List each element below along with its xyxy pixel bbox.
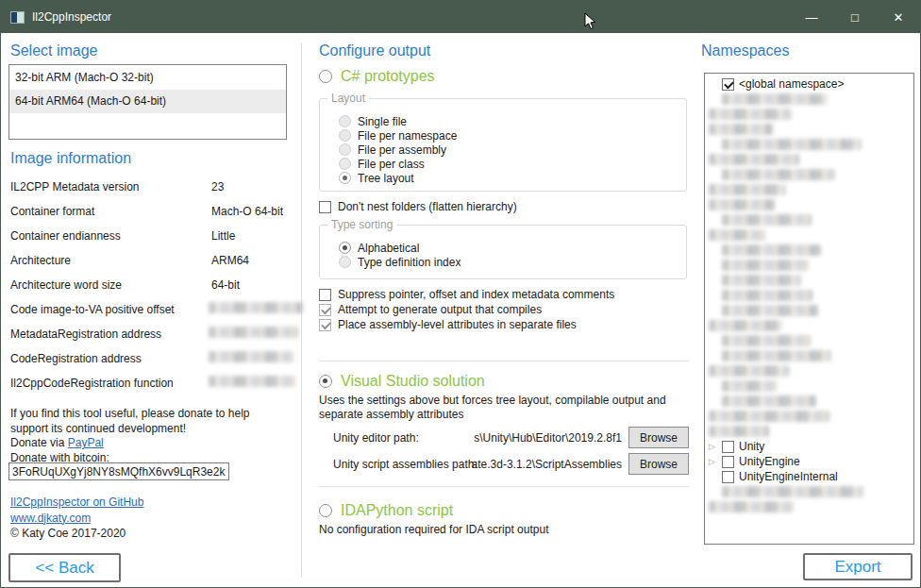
close-icon[interactable]: ✕ <box>877 1 920 33</box>
redacted-namespace <box>722 335 811 346</box>
namespace-checkbox[interactable] <box>722 78 734 91</box>
info-label: Architecture <box>10 254 71 267</box>
info-row: IL2CPP Metadata version 23 <box>10 175 293 199</box>
namespace-row-redacted[interactable] <box>709 227 913 243</box>
unity-script-path-value[interactable]: ate.3d-3.1.2\ScriptAssemblies <box>397 458 622 471</box>
radio-icon[interactable] <box>319 504 332 517</box>
namespace-row-redacted[interactable] <box>709 243 913 258</box>
namespace-row-redacted[interactable] <box>709 212 913 227</box>
back-button[interactable]: << Back <box>8 553 121 582</box>
info-label: Il2CppCodeRegistration function <box>10 377 174 390</box>
namespace-row-redacted[interactable] <box>709 122 913 137</box>
radio-icon[interactable] <box>339 115 351 127</box>
namespace-row-redacted[interactable] <box>709 424 913 439</box>
separator <box>319 361 689 361</box>
namespace-row-redacted[interactable] <box>709 484 913 499</box>
radio-icon[interactable] <box>319 70 332 83</box>
type-sorting-definition-index[interactable]: Type definition index <box>339 255 686 269</box>
title-bar[interactable]: Il2CppInspector — □ ✕ <box>1 1 920 33</box>
namespace-row-redacted[interactable] <box>709 273 913 288</box>
maximize-icon[interactable]: □ <box>833 1 877 33</box>
csharp-prototypes-radio[interactable]: C# prototypes <box>319 68 435 85</box>
namespace-row[interactable]: ▷UnityEngine <box>709 454 913 469</box>
donate-text: If you find this tool useful, please don… <box>10 407 293 465</box>
redacted-namespace <box>709 426 769 437</box>
image-option-selected[interactable]: 64-bit ARM64 (Mach-O 64-bit) <box>9 90 286 113</box>
website-link[interactable]: www.djkaty.com <box>10 512 91 525</box>
radio-icon[interactable] <box>339 143 351 156</box>
expander-icon[interactable]: ▷ <box>709 439 722 454</box>
namespace-row[interactable]: <global namespace> <box>709 76 913 92</box>
suppress-comments-checkbox[interactable]: Suppress pointer, offset and index metad… <box>319 288 614 301</box>
namespace-row-redacted[interactable] <box>709 288 913 303</box>
namespace-row-redacted[interactable] <box>709 137 913 152</box>
checkbox-label: Don't nest folders (flatten hierarchy) <box>338 200 517 213</box>
checkbox-icon[interactable] <box>319 289 331 301</box>
namespace-row-redacted[interactable] <box>709 92 913 107</box>
namespace-row-redacted[interactable] <box>709 182 913 197</box>
minimize-icon[interactable]: — <box>790 1 833 33</box>
visual-studio-radio[interactable]: Visual Studio solution <box>319 373 485 390</box>
dont-nest-folders-checkbox[interactable]: Don't nest folders (flatten hierarchy) <box>319 200 517 213</box>
browse-editor-button[interactable]: Browse <box>628 427 689 448</box>
checkbox-icon[interactable] <box>319 319 331 331</box>
bitcoin-address-input[interactable] <box>8 462 229 480</box>
paypal-link[interactable]: PayPal <box>68 436 104 449</box>
redacted-namespace <box>722 380 777 392</box>
radio-icon[interactable] <box>339 242 351 254</box>
radio-icon[interactable] <box>339 129 351 142</box>
namespace-row-redacted[interactable] <box>709 378 913 394</box>
idapython-description: No configuration required for IDA script… <box>319 523 678 537</box>
app-icon <box>10 11 25 24</box>
namespace-checkbox[interactable] <box>722 456 734 468</box>
namespace-row[interactable]: UnityEngineInternal <box>709 469 913 484</box>
unity-editor-path-value[interactable]: s\Unity\Hub\Editor\2019.2.8f1 <box>397 431 622 445</box>
radio-icon[interactable] <box>339 172 351 184</box>
namespace-row-redacted[interactable] <box>709 333 913 348</box>
idapython-radio[interactable]: IDAPython script <box>319 502 453 519</box>
checkbox-icon[interactable] <box>319 304 331 316</box>
namespace-row-redacted[interactable] <box>709 394 913 409</box>
namespace-row-redacted[interactable] <box>709 107 913 122</box>
redacted-namespace <box>709 184 786 195</box>
redacted-namespace <box>709 229 765 241</box>
layout-option-file-per-assembly[interactable]: File per assembly <box>339 143 686 157</box>
namespace-row-redacted[interactable] <box>709 499 913 514</box>
namespace-row-redacted[interactable] <box>709 167 913 182</box>
redacted-namespace <box>709 124 773 135</box>
namespace-row-redacted[interactable] <box>709 363 913 378</box>
namespace-row[interactable]: ▷Unity <box>709 439 913 454</box>
namespace-checkbox[interactable] <box>722 441 734 453</box>
app-window: Il2CppInspector — □ ✕ Select image 32-bi… <box>0 0 921 588</box>
radio-icon[interactable] <box>319 375 332 388</box>
layout-option-single-file[interactable]: Single file <box>339 114 686 128</box>
checkbox-label: Suppress pointer, offset and index metad… <box>338 288 614 301</box>
namespace-row-redacted[interactable] <box>709 318 913 333</box>
namespace-row-redacted[interactable] <box>709 303 913 318</box>
layout-option-file-per-namespace[interactable]: File per namespace <box>339 128 686 143</box>
namespace-row-redacted[interactable] <box>709 409 913 424</box>
layout-option-file-per-class[interactable]: File per class <box>339 157 686 171</box>
namespace-row-redacted[interactable] <box>709 258 913 273</box>
browse-script-button[interactable]: Browse <box>628 453 689 475</box>
radio-icon[interactable] <box>339 256 351 268</box>
radio-icon[interactable] <box>339 158 351 170</box>
checkbox-icon[interactable] <box>319 201 331 213</box>
redacted-namespace <box>709 109 792 120</box>
namespace-list[interactable]: <global namespace>▷Unity▷UnityEngineUnit… <box>704 73 914 545</box>
layout-group-label: Layout <box>327 92 369 105</box>
github-link[interactable]: Il2CppInspector on GitHub <box>10 496 143 509</box>
namespace-checkbox[interactable] <box>722 471 734 483</box>
export-button[interactable]: Export <box>803 553 913 580</box>
namespace-row-redacted[interactable] <box>709 152 913 167</box>
namespace-row-redacted[interactable] <box>709 197 913 212</box>
image-option[interactable]: 32-bit ARM (Mach-O 32-bit) <box>9 66 286 90</box>
image-listbox[interactable]: 32-bit ARM (Mach-O 32-bit) 64-bit ARM64 … <box>8 64 287 140</box>
type-sorting-alphabetical[interactable]: Alphabetical <box>339 241 686 255</box>
namespace-row-redacted[interactable] <box>709 348 913 363</box>
expander-icon[interactable]: ▷ <box>709 454 722 469</box>
assembly-attributes-checkbox[interactable]: Place assembly-level attributes in separ… <box>319 318 577 331</box>
compilable-output-checkbox[interactable]: Attempt to generate output that compiles <box>319 303 542 316</box>
layout-option-tree-layout[interactable]: Tree layout <box>339 171 686 185</box>
configure-output-title: Configure output <box>319 42 430 59</box>
